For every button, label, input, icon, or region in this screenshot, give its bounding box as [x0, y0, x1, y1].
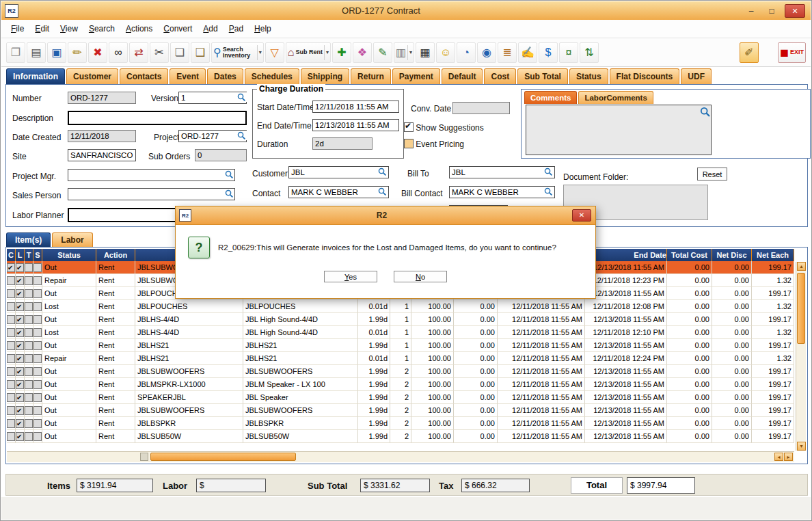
- barcode-print-button[interactable]: ▦: [416, 42, 435, 63]
- search-icon[interactable]: [378, 167, 388, 176]
- dropdown-arrow-icon[interactable]: ▾: [257, 45, 262, 60]
- funnel-button[interactable]: ▽: [265, 42, 284, 63]
- search-icon[interactable]: [225, 189, 234, 198]
- menu-item[interactable]: Convert: [158, 22, 198, 36]
- print-button[interactable]: ▤: [27, 42, 46, 63]
- event-pricing-checkbox[interactable]: [404, 139, 414, 148]
- edit-button[interactable]: ✏: [68, 42, 87, 63]
- exit-button[interactable]: ◼ EXIT: [778, 42, 806, 63]
- header-s[interactable]: S: [33, 249, 42, 261]
- database-button[interactable]: ≣: [498, 42, 517, 63]
- row-checkbox-l[interactable]: [16, 302, 24, 311]
- row-checkbox-l[interactable]: [16, 328, 24, 337]
- row-checkbox-l[interactable]: [16, 367, 24, 376]
- tab-event[interactable]: Event: [170, 68, 206, 84]
- table-row[interactable]: Out Rent JBLBSPKR JBLBSPKR 1.99d 2 100.0…: [7, 417, 794, 430]
- menu-item[interactable]: File: [5, 22, 29, 36]
- tab-cost[interactable]: Cost: [484, 68, 516, 84]
- delete-button[interactable]: ✖: [88, 42, 107, 63]
- search-icon[interactable]: [237, 92, 247, 102]
- menu-item[interactable]: View: [55, 22, 83, 36]
- row-checkbox-t[interactable]: [25, 406, 33, 415]
- row-checkbox-c[interactable]: [7, 432, 15, 441]
- tab-return[interactable]: Return: [351, 68, 391, 84]
- tab-items[interactable]: Item(s): [6, 232, 51, 247]
- header-total-cost[interactable]: Total Cost: [667, 249, 712, 261]
- copy-button[interactable]: ❏: [170, 42, 189, 63]
- row-checkbox-t[interactable]: [25, 328, 33, 337]
- tab-status[interactable]: Status: [569, 68, 608, 84]
- row-checkbox-l[interactable]: [16, 393, 24, 402]
- row-checkbox-s[interactable]: [33, 328, 42, 337]
- save-button[interactable]: ▣: [47, 42, 66, 63]
- horizontal-scrollbar[interactable]: ◂ ▸: [7, 451, 794, 462]
- row-checkbox-t[interactable]: [25, 276, 33, 285]
- tab-udf[interactable]: UDF: [681, 68, 712, 84]
- edit-note-button[interactable]: ✎: [373, 42, 392, 63]
- clock-button[interactable]: ◔: [457, 42, 476, 63]
- contact-field[interactable]: MARK C WEBBER: [288, 186, 389, 198]
- start-date-field[interactable]: 12/11/2018 11:55 AM: [312, 101, 399, 113]
- tab-shipping[interactable]: Shipping: [301, 68, 349, 84]
- smiley-button[interactable]: ☺: [436, 42, 455, 63]
- header-c[interactable]: C: [7, 249, 16, 261]
- menu-item[interactable]: Edit: [29, 22, 55, 36]
- tab-default[interactable]: Default: [442, 68, 483, 84]
- tab-information[interactable]: Information: [6, 68, 65, 84]
- sub-rent-button[interactable]: ⌂ Sub Rent ▾: [286, 42, 331, 63]
- row-checkbox-t[interactable]: [25, 419, 33, 428]
- row-checkbox-s[interactable]: [33, 419, 42, 428]
- row-checkbox-c[interactable]: [7, 302, 15, 311]
- row-checkbox-s[interactable]: [33, 276, 42, 285]
- row-checkbox-t[interactable]: [25, 367, 33, 376]
- row-checkbox-s[interactable]: [33, 302, 42, 311]
- sync-button[interactable]: ⇅: [580, 42, 599, 63]
- table-row[interactable]: Lost Rent JBLPOUCHES JBLPOUCHES 0.01d 1 …: [7, 300, 794, 313]
- table-row[interactable]: Out Rent JBLMSPKR-LX1000 JBLM Speaker - …: [7, 378, 794, 391]
- row-checkbox-t[interactable]: [25, 432, 33, 441]
- scroll-down-button[interactable]: ▾: [797, 442, 806, 451]
- row-checkbox-c[interactable]: [7, 354, 15, 363]
- header-status[interactable]: Status: [42, 249, 96, 261]
- tab-contacts[interactable]: Contacts: [120, 68, 168, 84]
- table-row[interactable]: Out Rent JBLSUB50W JBLSUB50W 1.99d 2 100…: [7, 430, 794, 443]
- table-row[interactable]: Out Rent JBLSUBWOOFERS JBLSUBWOOFERS 1.9…: [7, 404, 794, 417]
- dollar-button[interactable]: $: [539, 42, 558, 63]
- vertical-scroll-thumb[interactable]: [797, 273, 805, 344]
- cards-button[interactable]: ▥ ▾: [394, 42, 414, 63]
- header-l[interactable]: L: [16, 249, 25, 261]
- project-mgr-field[interactable]: [68, 169, 235, 181]
- no-button[interactable]: No: [394, 271, 447, 282]
- row-checkbox-l[interactable]: [16, 289, 24, 298]
- table-row[interactable]: Out Rent JBLHS21 JBLHS21 1.99d 1 100.00 …: [7, 339, 794, 352]
- row-checkbox-s[interactable]: [33, 354, 42, 363]
- globe-button[interactable]: ◉: [477, 42, 496, 63]
- search-icon[interactable]: [700, 107, 709, 116]
- cut-button[interactable]: ✂: [150, 42, 169, 63]
- dropdown-arrow-icon[interactable]: ▾: [324, 45, 329, 60]
- reset-button[interactable]: Reset: [697, 168, 727, 181]
- comments-textarea[interactable]: [526, 105, 712, 155]
- paste-button[interactable]: ❑: [191, 42, 210, 63]
- money-button[interactable]: ¤: [559, 42, 578, 63]
- row-checkbox-c[interactable]: [7, 380, 15, 389]
- yes-button[interactable]: Yes: [324, 271, 377, 282]
- row-checkbox-s[interactable]: [33, 367, 42, 376]
- search-inventory-button[interactable]: ⚲ Search Inventory ▾: [211, 42, 264, 63]
- row-checkbox-c[interactable]: [7, 328, 15, 337]
- tab-labor-comments[interactable]: LaborComments: [578, 91, 653, 104]
- dropdown-arrow-icon[interactable]: ▾: [407, 45, 412, 60]
- table-row[interactable]: Repair Rent JBLHS21 JBLHS21 0.01d 1 100.…: [7, 352, 794, 365]
- menu-item[interactable]: Add: [198, 22, 223, 36]
- row-checkbox-c[interactable]: [7, 406, 15, 415]
- table-row[interactable]: Out Rent JBLHS-4/4D JBL High Sound-4/4D …: [7, 313, 794, 326]
- table-row[interactable]: Out Rent JBLSUBWOOFERS JBLSUBWOOFERS 1.9…: [7, 365, 794, 378]
- row-checkbox-s[interactable]: [33, 263, 42, 272]
- scroll-right-button[interactable]: ▸: [784, 453, 793, 461]
- tab-comments[interactable]: Comments: [524, 91, 577, 104]
- table-row[interactable]: Out Rent SPEAKERJBL JBL Speaker 1.99d 2 …: [7, 391, 794, 404]
- vertical-scrollbar[interactable]: ▴ ▾: [796, 262, 806, 451]
- search-icon[interactable]: [544, 187, 554, 196]
- version-field[interactable]: 1: [178, 92, 247, 104]
- header-t[interactable]: T: [25, 249, 33, 261]
